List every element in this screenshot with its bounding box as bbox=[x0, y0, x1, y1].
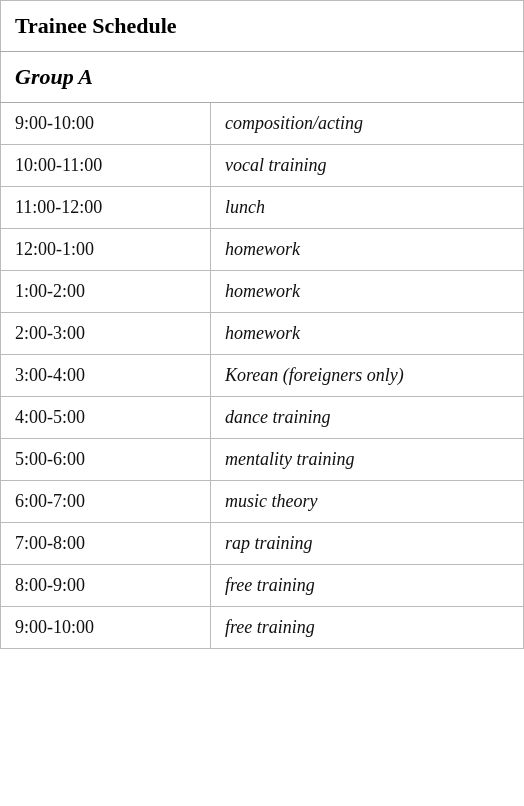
time-cell: 11:00-12:00 bbox=[1, 187, 211, 229]
group-name: Group A bbox=[1, 52, 524, 103]
table-row: 12:00-1:00homework bbox=[1, 229, 524, 271]
table-row: 1:00-2:00homework bbox=[1, 271, 524, 313]
table-row: 9:00-10:00composition/acting bbox=[1, 103, 524, 145]
header-row: Trainee Schedule bbox=[1, 1, 524, 52]
time-cell: 12:00-1:00 bbox=[1, 229, 211, 271]
activity-cell: composition/acting bbox=[211, 103, 524, 145]
activity-cell: dance training bbox=[211, 397, 524, 439]
activity-cell: lunch bbox=[211, 187, 524, 229]
schedule-title: Trainee Schedule bbox=[1, 1, 524, 52]
table-row: 8:00-9:00free training bbox=[1, 565, 524, 607]
table-row: 2:00-3:00homework bbox=[1, 313, 524, 355]
table-row: 11:00-12:00lunch bbox=[1, 187, 524, 229]
activity-cell: rap training bbox=[211, 523, 524, 565]
activity-cell: homework bbox=[211, 229, 524, 271]
table-row: 4:00-5:00dance training bbox=[1, 397, 524, 439]
table-row: 7:00-8:00rap training bbox=[1, 523, 524, 565]
table-row: 10:00-11:00vocal training bbox=[1, 145, 524, 187]
table-row: 3:00-4:00Korean (foreigners only) bbox=[1, 355, 524, 397]
group-row: Group A bbox=[1, 52, 524, 103]
table-row: 6:00-7:00music theory bbox=[1, 481, 524, 523]
activity-cell: free training bbox=[211, 565, 524, 607]
activity-cell: music theory bbox=[211, 481, 524, 523]
activity-cell: mentality training bbox=[211, 439, 524, 481]
time-cell: 2:00-3:00 bbox=[1, 313, 211, 355]
activity-cell: free training bbox=[211, 607, 524, 649]
table-row: 9:00-10:00free training bbox=[1, 607, 524, 649]
time-cell: 8:00-9:00 bbox=[1, 565, 211, 607]
time-cell: 4:00-5:00 bbox=[1, 397, 211, 439]
time-cell: 5:00-6:00 bbox=[1, 439, 211, 481]
time-cell: 9:00-10:00 bbox=[1, 103, 211, 145]
table-row: 5:00-6:00mentality training bbox=[1, 439, 524, 481]
time-cell: 9:00-10:00 bbox=[1, 607, 211, 649]
time-cell: 6:00-7:00 bbox=[1, 481, 211, 523]
time-cell: 3:00-4:00 bbox=[1, 355, 211, 397]
activity-cell: homework bbox=[211, 271, 524, 313]
time-cell: 10:00-11:00 bbox=[1, 145, 211, 187]
schedule-table: Trainee Schedule Group A 9:00-10:00compo… bbox=[0, 0, 524, 649]
time-cell: 1:00-2:00 bbox=[1, 271, 211, 313]
time-cell: 7:00-8:00 bbox=[1, 523, 211, 565]
activity-cell: homework bbox=[211, 313, 524, 355]
activity-cell: Korean (foreigners only) bbox=[211, 355, 524, 397]
activity-cell: vocal training bbox=[211, 145, 524, 187]
